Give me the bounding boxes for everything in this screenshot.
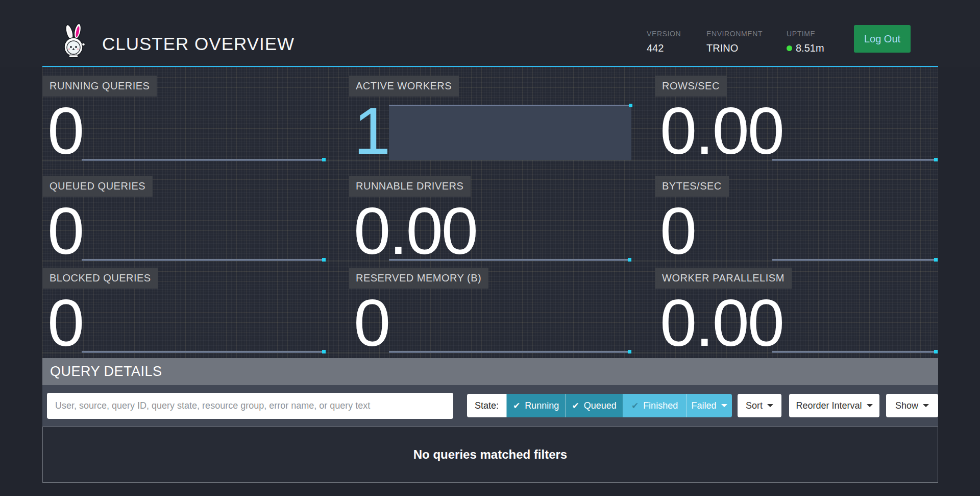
sparkline-endpoint-dot: [629, 104, 632, 107]
area-chart: [389, 105, 631, 160]
header-stat-version: VERSION 442: [647, 30, 681, 54]
sparkline-endpoint-dot: [322, 158, 326, 161]
version-label: VERSION: [647, 30, 681, 38]
sparkline: [389, 259, 631, 261]
metric-tile-bytes-per-sec: BYTES/SEC0: [655, 172, 938, 264]
sparkline: [82, 159, 326, 161]
check-icon: ✔: [513, 400, 520, 411]
query-details-title: QUERY DETAILS: [50, 358, 162, 385]
metric-value: 0: [660, 198, 695, 264]
uptime-status-dot-icon: [787, 45, 792, 51]
header-stat-environment: ENVIRONMENT TRINO: [706, 30, 763, 54]
metric-value: 0.00: [660, 98, 783, 164]
trino-bunny-logo-icon: [62, 23, 86, 58]
state-filter-queued-button[interactable]: ✔Queued: [565, 394, 623, 417]
uptime-label: UPTIME: [787, 30, 824, 38]
metric-value: 0: [47, 198, 83, 264]
sparkline: [772, 259, 938, 261]
metric-value: 0: [47, 98, 83, 164]
state-filter-label-text: Running: [525, 400, 559, 411]
header-stat-uptime: UPTIME 8.51m: [787, 30, 824, 54]
sparkline-endpoint-dot: [934, 350, 938, 353]
sparkline-endpoint-dot: [934, 158, 938, 161]
sort-dropdown-button[interactable]: Sort: [738, 394, 781, 417]
show-dropdown-button[interactable]: Show: [886, 394, 938, 417]
sparkline-endpoint-dot: [322, 258, 326, 262]
chart-baseline: [349, 160, 655, 161]
metric-value: 0.00: [660, 290, 783, 356]
query-search-input[interactable]: [47, 393, 453, 419]
state-filter-label-text: Failed: [692, 400, 717, 411]
metric-tile-worker-parallelism: WORKER PARALLELISM0.00: [655, 264, 938, 356]
caret-down-icon: [721, 404, 727, 407]
sparkline-endpoint-dot: [628, 350, 631, 353]
sparkline: [772, 159, 938, 161]
sparkline-endpoint-dot: [628, 258, 631, 262]
sparkline: [772, 351, 938, 353]
uptime-value: 8.51m: [787, 42, 824, 54]
caret-down-icon: [867, 404, 873, 407]
header: CLUSTER OVERVIEW VERSION 442 ENVIRONMENT…: [0, 0, 980, 67]
log-out-button[interactable]: Log Out: [854, 25, 911, 53]
metric-tile-reserved-memory-b: RESERVED MEMORY (B)0: [349, 264, 655, 356]
sparkline: [389, 351, 631, 353]
metric-tile-runnable-drivers: RUNNABLE DRIVERS0.00: [349, 172, 655, 264]
metric-value: 1: [354, 98, 389, 164]
state-filter-label: State:: [467, 394, 506, 417]
state-filter-running-button[interactable]: ✔Running: [506, 394, 565, 417]
state-filter-finished-button[interactable]: ✔Finished: [623, 394, 686, 417]
sparkline-endpoint-dot: [934, 258, 938, 262]
check-icon: ✔: [631, 400, 639, 411]
state-filter-label-text: Finished: [643, 400, 678, 411]
sparkline-endpoint-dot: [322, 350, 326, 353]
version-value: 442: [647, 42, 681, 54]
metric-value: 0: [47, 290, 83, 356]
sparkline: [82, 259, 326, 261]
metrics-panel: RUNNING QUERIES0ACTIVE WORKERS1ROWS/SEC0…: [42, 67, 938, 358]
environment-value: TRINO: [706, 42, 763, 54]
metric-tile-rows-per-sec: ROWS/SEC0.00: [655, 72, 938, 163]
sparkline: [82, 351, 326, 353]
metric-value: 0.00: [354, 198, 477, 264]
query-details-header: QUERY DETAILS: [42, 358, 938, 385]
state-filter-label-text: Queued: [584, 400, 617, 411]
metric-tile-running-queries: RUNNING QUERIES0: [42, 72, 349, 163]
reorder-interval-dropdown-button[interactable]: Reorder Interval: [789, 394, 879, 417]
environment-label: ENVIRONMENT: [706, 30, 763, 38]
page-title: CLUSTER OVERVIEW: [102, 34, 295, 54]
caret-down-icon: [923, 404, 929, 407]
metric-value: 0: [354, 290, 389, 356]
metric-tile-blocked-queries: BLOCKED QUERIES0: [42, 264, 349, 356]
metric-tile-queued-queries: QUEUED QUERIES0: [42, 172, 349, 264]
caret-down-icon: [767, 404, 773, 407]
query-details-toolbar: State: ✔Running✔Queued✔FinishedFailed So…: [42, 385, 938, 427]
check-icon: ✔: [572, 400, 579, 411]
state-filter-group: State: ✔Running✔Queued✔FinishedFailed: [467, 394, 732, 417]
cluster-overview-page: CLUSTER OVERVIEW VERSION 442 ENVIRONMENT…: [0, 0, 980, 496]
empty-results-message: No queries matched filters: [413, 447, 567, 462]
metric-tile-active-workers: ACTIVE WORKERS1: [349, 72, 655, 163]
query-results-panel: No queries matched filters: [42, 427, 938, 483]
state-filter-failed-button[interactable]: Failed: [686, 394, 732, 417]
